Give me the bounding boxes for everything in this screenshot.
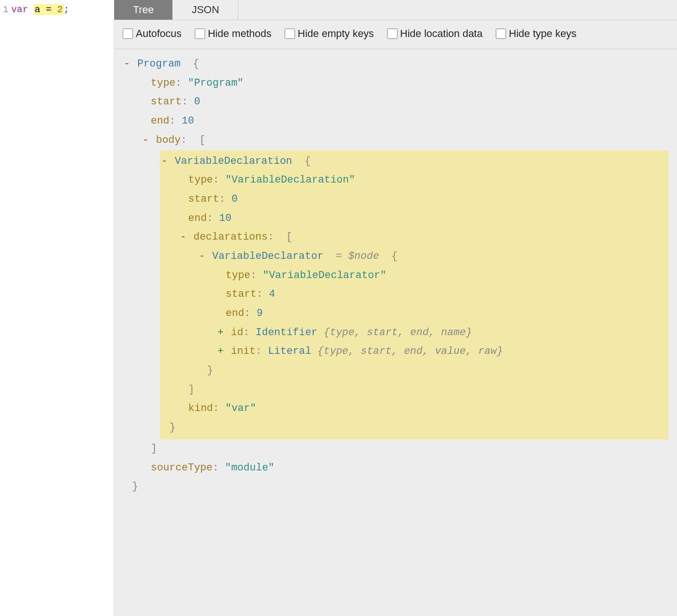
prop-end: end: 9 [160, 304, 664, 323]
token-semi: ; [64, 4, 69, 15]
prop-sourcetype: sourceType: "module" [123, 459, 669, 478]
checkbox-hide-type-keys[interactable] [496, 29, 506, 39]
node-vardecl-header[interactable]: - VariableDeclaration { [160, 152, 664, 171]
code-content[interactable]: var a = 2; [11, 3, 69, 17]
plus-icon[interactable]: + [216, 323, 225, 343]
checkbox-hide-location-data[interactable] [387, 29, 397, 39]
minus-icon[interactable]: - [141, 131, 150, 150]
dollar-node: $node [348, 250, 379, 262]
close-brace: } [123, 477, 669, 497]
node-name: Program [137, 58, 180, 70]
minus-icon[interactable]: - [179, 228, 187, 247]
tab-bar: Tree JSON [114, 0, 677, 20]
prop-end: end: 10 [123, 112, 669, 131]
prop-id-collapsed[interactable]: + id: Identifier {type, start, end, name… [160, 323, 664, 343]
prop-type: type: "VariableDeclarator" [160, 266, 664, 286]
prop-declarations-header[interactable]: - declarations: [ [160, 228, 664, 247]
tab-json[interactable]: JSON [173, 0, 238, 20]
option-hide-location-data[interactable]: Hide location data [387, 25, 483, 42]
prop-end: end: 10 [160, 209, 664, 228]
ast-panel: Tree JSON Autofocus Hide methods Hide em… [114, 0, 677, 616]
code-line: 1 var a = 2; [0, 3, 114, 17]
option-hide-methods[interactable]: Hide methods [195, 25, 272, 42]
close-bracket: ] [123, 440, 669, 459]
prop-body-header[interactable]: - body: [ [123, 131, 669, 150]
option-hide-type-keys[interactable]: Hide type keys [496, 25, 576, 42]
line-number: 1 [0, 3, 11, 17]
checkbox-autofocus[interactable] [123, 29, 133, 39]
option-hide-empty-keys[interactable]: Hide empty keys [285, 25, 374, 42]
plus-icon[interactable]: + [216, 342, 225, 361]
options-bar: Autofocus Hide methods Hide empty keys H… [114, 20, 677, 49]
prop-init-collapsed[interactable]: + init: Literal {type, start, end, value… [160, 342, 664, 361]
checkbox-hide-empty-keys[interactable] [285, 29, 295, 39]
code-editor[interactable]: 1 var a = 2; [0, 0, 114, 616]
tab-tree[interactable]: Tree [114, 0, 173, 20]
prop-kind: kind: "var" [160, 399, 664, 418]
prop-type: type: "VariableDeclaration" [160, 171, 664, 190]
close-brace: } [160, 418, 664, 438]
prop-start: start: 0 [160, 190, 664, 209]
tree-view[interactable]: - Program { type: "Program" start: 0 end… [114, 49, 677, 616]
minus-icon[interactable]: - [198, 247, 206, 266]
highlighted-ast-block: - VariableDeclaration { type: "VariableD… [160, 150, 669, 440]
editor-selection: a = 2 [34, 4, 64, 15]
close-bracket: ] [160, 381, 664, 400]
minus-icon[interactable]: - [160, 152, 169, 171]
prop-start: start: 0 [123, 93, 669, 112]
option-autofocus[interactable]: Autofocus [123, 25, 182, 42]
checkbox-hide-methods[interactable] [195, 29, 205, 39]
minus-icon[interactable]: - [123, 55, 131, 74]
token-keyword: var [11, 4, 28, 15]
prop-start: start: 4 [160, 285, 664, 304]
node-program-header[interactable]: - Program { [123, 55, 669, 74]
prop-type: type: "Program" [123, 74, 669, 93]
close-brace: } [160, 361, 664, 381]
node-vardeclr-header[interactable]: - VariableDeclarator = $node { [160, 247, 664, 266]
